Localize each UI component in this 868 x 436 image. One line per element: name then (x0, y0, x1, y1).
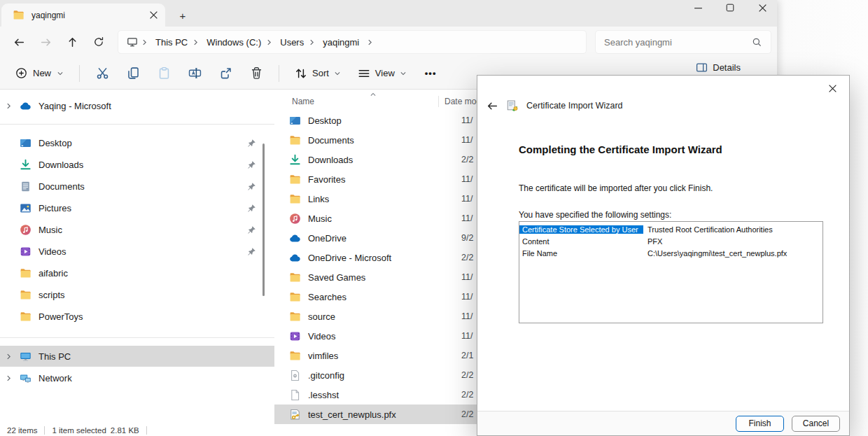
file-date: 11/ (461, 292, 472, 302)
view-button[interactable]: View (349, 67, 415, 80)
finish-button[interactable]: Finish (736, 416, 784, 432)
new-label: New (33, 68, 51, 78)
onedrive-icon (288, 252, 301, 264)
cut-button[interactable] (87, 61, 118, 86)
details-button[interactable]: Details (696, 62, 741, 73)
new-button[interactable]: New (7, 67, 72, 79)
tab-close-icon[interactable] (149, 10, 158, 20)
folder-icon (288, 291, 301, 303)
window-close-button[interactable] (757, 3, 767, 13)
sidebar-item[interactable]: Network (0, 367, 274, 388)
sidebar-item[interactable]: Yaqing - Microsoft (0, 95, 274, 116)
sidebar-item[interactable]: scripts (0, 284, 274, 305)
file-name: Videos (308, 331, 461, 342)
toolbar-divider (279, 65, 279, 82)
column-header-name[interactable]: Name (274, 97, 438, 106)
sidebar-item-label: scripts (38, 290, 65, 300)
cancel-button[interactable]: Cancel (792, 416, 840, 432)
back-button[interactable] (6, 30, 32, 54)
breadcrumb-item[interactable]: Users (265, 37, 308, 48)
search-icon[interactable] (752, 37, 762, 48)
file-name: Downloads (308, 155, 461, 165)
forward-button[interactable] (32, 30, 59, 54)
file-date: 9/2 (461, 233, 473, 243)
file-date: 2/2 (461, 253, 473, 262)
downloads-icon (20, 159, 31, 171)
chevron-right-icon[interactable] (5, 353, 13, 360)
sidebar-item-label: Desktop (38, 138, 72, 148)
sidebar-item[interactable]: Videos (0, 241, 274, 262)
settings-row[interactable]: Content PFX (519, 235, 822, 247)
dialog-title: Certificate Import Wizard (526, 101, 623, 111)
navigation-bar: This PC Windows (C:) Users yaqingmi (0, 27, 777, 57)
cut-icon (96, 66, 109, 80)
new-tab-button[interactable]: + (175, 10, 190, 22)
settings-row[interactable]: Certificate Store Selected by User Trust… (519, 223, 822, 235)
up-button[interactable] (59, 30, 85, 54)
folder-icon (20, 311, 31, 323)
chevron-down-icon (400, 70, 407, 77)
setting-key: Certificate Store Selected by User (519, 225, 643, 234)
desktop-icon (20, 137, 31, 149)
sidebar-item[interactable]: aifabric (0, 262, 274, 283)
selection-count: 1 item selected (52, 426, 106, 435)
settings-table: Certificate Store Selected by User Trust… (519, 221, 823, 323)
details-pane-icon (696, 62, 708, 73)
file-date: 2/2 (461, 409, 473, 419)
file-name: Links (308, 194, 461, 204)
file-date: 2/2 (461, 370, 473, 380)
sidebar-pinned-section: Desktop Downloads Documents (0, 132, 274, 327)
breadcrumb-item[interactable]: yaqingmi (308, 37, 363, 48)
sort-label: Sort (312, 68, 329, 78)
delete-button[interactable] (241, 61, 272, 86)
file-name: vimfiles (308, 351, 461, 361)
folder-icon (13, 9, 24, 21)
pictures-icon (20, 202, 31, 214)
settings-row[interactable]: File Name C:\Users\yaqingmi\test_cert_ne… (519, 247, 822, 259)
share-button[interactable] (210, 61, 241, 86)
view-icon (358, 67, 370, 80)
delete-icon (250, 66, 263, 80)
sidebar-item-label: Documents (38, 181, 85, 192)
sidebar-item[interactable]: Documents (0, 176, 274, 197)
status-divider (146, 426, 147, 435)
rename-button[interactable] (179, 61, 210, 86)
breadcrumb-item[interactable]: Windows (C:) (192, 37, 265, 48)
sidebar-divider (0, 124, 274, 125)
desktop-icon (288, 115, 301, 127)
dialog-close-button[interactable] (823, 80, 841, 96)
sidebar-item-label: This PC (38, 351, 71, 362)
breadcrumb-item[interactable]: This PC (141, 37, 192, 48)
setting-value: C:\Users\yaqingmi\test_cert_newplus.pfx (643, 249, 822, 258)
back-arrow-icon (13, 36, 25, 48)
sidebar-item[interactable]: This PC (0, 346, 274, 367)
breadcrumb-label: Users (276, 37, 308, 48)
sort-button[interactable]: Sort (286, 67, 349, 80)
folder-icon (20, 267, 31, 279)
setting-key: File Name (519, 249, 643, 258)
sidebar-item[interactable]: Pictures (0, 197, 274, 218)
dialog-back-button[interactable] (486, 100, 498, 112)
chevron-down-icon (57, 70, 64, 77)
sidebar-item[interactable]: Downloads (0, 154, 274, 175)
forward-arrow-icon (40, 36, 52, 48)
breadcrumb-label: This PC (151, 37, 192, 48)
paste-button[interactable] (148, 61, 179, 86)
tab-yaqingmi[interactable]: yaqingmi (1, 3, 165, 27)
maximize-button[interactable] (725, 3, 735, 13)
refresh-button[interactable] (85, 30, 112, 54)
pin-icon (247, 160, 256, 169)
more-options-button[interactable]: ••• (415, 68, 447, 78)
setting-value: PFX (643, 237, 822, 246)
sidebar-item[interactable]: PowerToys (0, 306, 274, 327)
sidebar-item[interactable]: Desktop (0, 132, 274, 153)
minimize-button[interactable] (693, 3, 703, 13)
this-pc-icon[interactable] (127, 36, 138, 48)
certificate-import-wizard-dialog: Certificate Import Wizard Completing the… (477, 75, 850, 436)
copy-button[interactable] (118, 61, 148, 86)
sidebar-scrollbar[interactable] (262, 143, 265, 296)
chevron-right-icon[interactable] (5, 374, 13, 382)
search-input[interactable] (604, 37, 752, 48)
sidebar-item[interactable]: Music (0, 219, 274, 240)
chevron-right-icon[interactable] (5, 102, 13, 110)
